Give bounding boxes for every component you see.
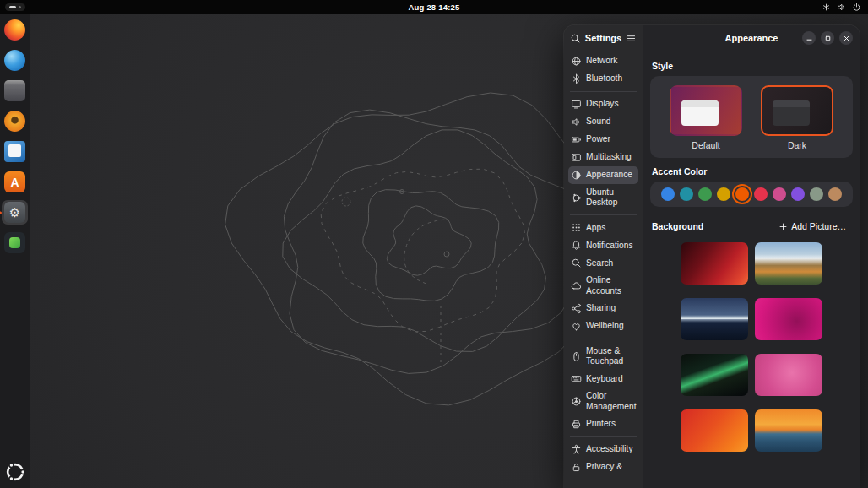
sidebar-item-apps[interactable]: Apps (568, 219, 638, 236)
sidebar-item-power[interactable]: Power (568, 131, 638, 149)
content-scroll-area[interactable]: Style DefaultDark Accent Color Backgroun… (643, 51, 860, 488)
settings-sidebar: Settings NetworkBluetoothDisplaysSoundPo… (564, 25, 643, 488)
sidebar-item-label: Notifications (586, 241, 633, 251)
accent-color-sage[interactable] (810, 187, 823, 201)
writer-icon (4, 141, 25, 162)
style-option-default[interactable]: Default (670, 85, 742, 150)
sidebar-item-bluetooth[interactable]: Bluetooth (568, 70, 638, 88)
dock-item-writer[interactable] (2, 139, 28, 164)
sidebar-item-privacy[interactable]: Privacy & (568, 458, 638, 476)
wallpaper-thumb-aurora[interactable] (681, 354, 748, 396)
sidebar-item-label: Color Management (586, 391, 636, 411)
keyboard-icon (571, 373, 582, 384)
wallpaper-thumb-autumn-mountains[interactable] (755, 242, 822, 285)
sidebar-item-sound[interactable]: Sound (568, 113, 638, 131)
add-picture-button[interactable]: Add Picture… (773, 219, 851, 234)
dock-item-files[interactable] (2, 79, 28, 103)
search-icon[interactable] (570, 33, 581, 44)
clock[interactable]: Aug 28 14:25 (408, 3, 459, 12)
printers-icon (571, 419, 582, 430)
dock-item-appcenter[interactable]: A (2, 170, 28, 194)
accent-color-orange[interactable] (735, 187, 749, 201)
dock-item-firefox[interactable] (2, 18, 28, 42)
minimize-button[interactable] (802, 31, 816, 45)
bluetooth-icon (571, 73, 582, 84)
wallpaper-thumb-ocean-dusk[interactable] (681, 298, 748, 340)
sidebar-item-label: Bluetooth (586, 73, 622, 84)
wallpaper-grid (650, 236, 853, 452)
style-preview-dark (761, 85, 833, 136)
show-apps-button[interactable] (4, 461, 26, 483)
accent-color-yellow[interactable] (717, 187, 730, 201)
sidebar-item-label: Printers (586, 419, 616, 429)
status-asterisk-icon[interactable] (822, 3, 831, 12)
sidebar-item-search[interactable]: Search (568, 254, 638, 272)
accessibility-icon (571, 444, 582, 455)
dock-item-settings[interactable]: ⚙ (2, 200, 28, 225)
preview-window (773, 100, 810, 126)
dock-item-thunderbird[interactable] (2, 48, 28, 73)
sidebar-item-label: Multitasking (586, 152, 632, 162)
dock-item-music[interactable] (2, 109, 28, 133)
wallpaper-thumb-orange-kangaroo[interactable] (681, 409, 748, 452)
sidebar-item-label: Online Accounts (586, 275, 636, 296)
online-accounts-icon (571, 280, 582, 291)
sidebar-item-label: Sound (586, 117, 610, 127)
ubuntu-logo-icon (4, 461, 26, 483)
sidebar-item-notifications[interactable]: Notifications (568, 236, 638, 254)
maximize-button[interactable] (821, 31, 834, 45)
sidebar-item-color-management[interactable]: Color Management (568, 388, 638, 415)
background-section-label: Background (652, 221, 703, 231)
running-indicator (0, 211, 2, 214)
dock-item-software[interactable] (2, 230, 28, 255)
thunderbird-icon (4, 50, 25, 71)
sidebar-item-mouse-touchpad[interactable]: Mouse & Touchpad (568, 343, 638, 370)
sidebar-item-ubuntu-desktop[interactable]: Ubuntu Desktop (568, 184, 638, 211)
sidebar-divider (570, 214, 637, 215)
style-option-dark[interactable]: Dark (761, 85, 833, 150)
sidebar-divider (570, 339, 637, 339)
settings-content: Appearance Style DefaultDark Accent Colo… (643, 25, 860, 488)
sidebar-item-sharing[interactable]: Sharing (568, 300, 638, 317)
wallpaper-thumb-red-fold[interactable] (681, 242, 748, 285)
accent-color-blue[interactable] (661, 187, 675, 201)
apps-icon (571, 222, 582, 233)
sidebar-item-wellbeing[interactable]: Wellbeing (568, 317, 638, 335)
appearance-icon (571, 170, 582, 181)
system-tray[interactable] (817, 0, 865, 14)
network-icon (571, 56, 582, 67)
volume-icon[interactable] (837, 3, 846, 12)
settings-icon: ⚙ (4, 202, 25, 223)
sidebar-item-printers[interactable]: Printers (568, 415, 638, 433)
preview-window (681, 100, 719, 126)
sidebar-item-online-accounts[interactable]: Online Accounts (568, 272, 638, 299)
sidebar-item-appearance[interactable]: Appearance (568, 166, 638, 184)
accent-color-red[interactable] (754, 187, 768, 201)
accent-color-bark[interactable] (828, 187, 842, 201)
accent-color-magenta[interactable] (773, 187, 786, 201)
style-preview-default (670, 85, 742, 136)
sidebar-item-multitasking[interactable]: Multitasking (568, 149, 638, 166)
sidebar-nav: NetworkBluetoothDisplaysSoundPowerMultit… (564, 51, 643, 488)
accent-color-teal[interactable] (680, 187, 693, 201)
sidebar-item-label: Mouse & Touchpad (586, 346, 636, 366)
accent-color-green[interactable] (698, 187, 712, 201)
sidebar-item-accessibility[interactable]: Accessibility (568, 441, 638, 458)
wallpaper-thumb-magenta-kangaroo[interactable] (755, 298, 822, 340)
menu-icon[interactable] (626, 33, 637, 44)
color-icon (571, 396, 582, 407)
wallpaper-thumb-desert-camels[interactable] (755, 409, 822, 452)
workspace-indicator[interactable] (5, 3, 25, 11)
workspace-dot (19, 6, 21, 8)
close-button[interactable] (839, 31, 853, 45)
sidebar-item-keyboard[interactable]: Keyboard (568, 370, 638, 388)
sidebar-item-network[interactable]: Network (568, 52, 638, 70)
sidebar-item-displays[interactable]: Displays (568, 95, 638, 113)
wallpaper-thumb-pink-contours[interactable] (755, 354, 822, 396)
sidebar-item-label: Power (586, 134, 610, 144)
power-button-icon[interactable] (852, 3, 861, 12)
accent-color-purple[interactable] (791, 187, 805, 201)
style-card: DefaultDark (650, 76, 853, 158)
accent-color-card (650, 182, 853, 207)
mouse-icon (571, 351, 582, 362)
